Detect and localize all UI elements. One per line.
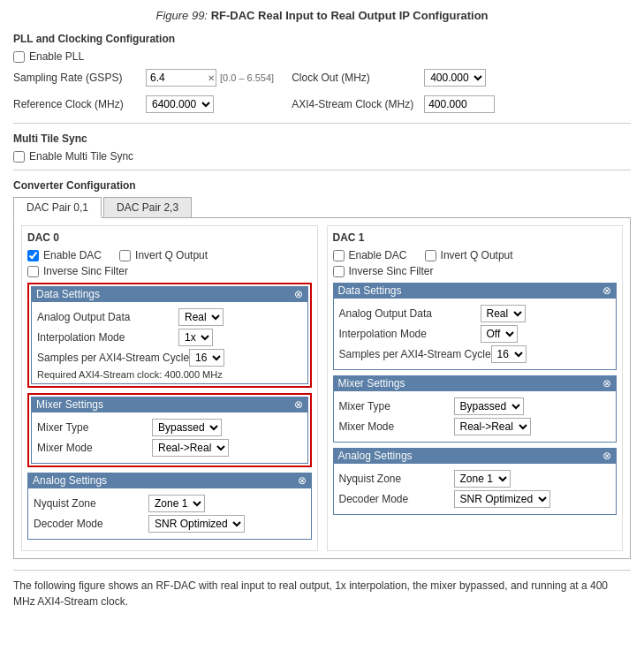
enable-multi-tile-row: Enable Multi Tile Sync bbox=[13, 150, 631, 163]
divider-1 bbox=[13, 123, 631, 124]
dac0-data-settings: Data Settings ⊗ Analog Output Data Real … bbox=[27, 283, 312, 388]
sampling-rate-row: Sampling Rate (GSPS) ✕ [0.0 – 6.554] bbox=[13, 69, 274, 87]
dac1-analog-output-row: Analog Output Data Real bbox=[339, 305, 611, 322]
clock-out-row: Clock Out (MHz) 400.000 bbox=[292, 69, 495, 87]
sampling-rate-input-wrap: ✕ bbox=[146, 69, 216, 87]
dac1-enable-label: Enable DAC bbox=[349, 249, 407, 261]
clocking-left-col: Sampling Rate (GSPS) ✕ [0.0 – 6.554] Ref… bbox=[13, 66, 274, 116]
dac0-data-settings-header: Data Settings ⊗ bbox=[31, 286, 308, 302]
reference-clock-label: Reference Clock (MHz) bbox=[13, 98, 146, 110]
dac1-interpolation-select[interactable]: Off bbox=[481, 325, 518, 343]
dac1-analog-settings: Analog Settings ⊗ Nyquist Zone Zone 1 De… bbox=[333, 448, 617, 515]
clocking-right-col: Clock Out (MHz) 400.000 AXI4-Stream Cloc… bbox=[292, 66, 495, 116]
dac0-mixer-type-select[interactable]: Bypassed bbox=[152, 419, 222, 436]
dac1-nyquist-label: Nyquist Zone bbox=[339, 473, 454, 485]
dac1-inverse-sinc-row: Inverse Sinc Filter bbox=[333, 265, 617, 277]
dac0-analog-settings-collapse-icon: ⊗ bbox=[298, 474, 307, 487]
sampling-rate-input[interactable] bbox=[146, 69, 216, 87]
dac1-mixer-settings-header: Mixer Settings ⊗ bbox=[333, 375, 617, 391]
clock-out-label: Clock Out (MHz) bbox=[292, 72, 424, 84]
pll-section: PLL and Clocking Configuration Enable PL… bbox=[13, 33, 631, 116]
dac1-invert-q-label: Invert Q Output bbox=[441, 249, 513, 261]
dac1-inverse-sinc-checkbox[interactable] bbox=[333, 266, 345, 277]
dac1-interpolation-label: Interpolation Mode bbox=[339, 328, 481, 340]
dac0-interpolation-select[interactable]: 1x bbox=[178, 329, 213, 346]
axi-stream-clock-row: AXI4-Stream Clock (MHz) bbox=[292, 95, 495, 113]
dac1-data-settings-label: Data Settings bbox=[338, 284, 402, 297]
reference-clock-select[interactable]: 6400.000 bbox=[146, 95, 214, 113]
dac1-analog-settings-body: Nyquist Zone Zone 1 Decoder Mode SNR Opt… bbox=[333, 464, 617, 515]
dac0-analog-settings-header: Analog Settings ⊗ bbox=[27, 473, 312, 488]
dac0-analog-settings-body: Nyquist Zone Zone 1 Decoder Mode SNR Opt… bbox=[27, 488, 312, 540]
sampling-rate-range: [0.0 – 6.554] bbox=[220, 72, 274, 83]
dac0-invert-q-checkbox[interactable] bbox=[119, 250, 131, 261]
dac1-samples-row: Samples per AXI4-Stream Cycle 16 bbox=[339, 345, 611, 363]
dac1-enable-checkbox[interactable] bbox=[333, 250, 345, 261]
clock-out-select[interactable]: 400.000 bbox=[424, 69, 486, 87]
dac1-invert-q-checkbox[interactable] bbox=[425, 250, 436, 261]
dac0-title: DAC 0 bbox=[27, 231, 312, 244]
dac0-nyquist-label: Nyquist Zone bbox=[34, 497, 148, 510]
dac1-samples-select[interactable]: 16 bbox=[491, 345, 527, 363]
dac0-mixer-settings-collapse-icon: ⊗ bbox=[294, 398, 303, 411]
pll-header: PLL and Clocking Configuration bbox=[13, 33, 631, 45]
dac1-mixer-settings-body: Mixer Type Bypassed Mixer Mode Real->Rea… bbox=[333, 391, 617, 443]
dac0-column: DAC 0 Enable DAC Invert Q Output Inverse… bbox=[21, 225, 318, 551]
dac-tab-bar: DAC Pair 0,1 DAC Pair 2,3 bbox=[13, 197, 631, 218]
multi-tile-header: Multi Tile Sync bbox=[13, 132, 631, 145]
enable-pll-row: Enable PLL bbox=[13, 50, 631, 63]
dac0-decoder-row: Decoder Mode SNR Optimized bbox=[34, 515, 306, 533]
sampling-rate-clear-btn[interactable]: ✕ bbox=[208, 73, 215, 83]
dac0-nyquist-select[interactable]: Zone 1 bbox=[148, 495, 205, 512]
dac1-title: DAC 1 bbox=[333, 231, 617, 244]
dac0-analog-output-label: Analog Output Data bbox=[37, 311, 178, 323]
dac1-nyquist-row: Nyquist Zone Zone 1 bbox=[339, 470, 611, 488]
enable-pll-checkbox[interactable] bbox=[13, 51, 25, 63]
dac0-data-settings-label: Data Settings bbox=[36, 288, 100, 300]
dac0-enable-row: Enable DAC Invert Q Output bbox=[27, 249, 312, 261]
dac0-mixer-type-label: Mixer Type bbox=[37, 421, 152, 434]
dac0-inverse-sinc-checkbox[interactable] bbox=[27, 266, 39, 277]
title-text: RF-DAC Real Input to Real Output IP Conf… bbox=[211, 9, 489, 22]
tab-dac-pair-23[interactable]: DAC Pair 2,3 bbox=[103, 197, 192, 217]
dac0-enable-checkbox[interactable] bbox=[27, 250, 39, 261]
dac0-analog-output-select[interactable]: Real bbox=[178, 308, 224, 326]
dac1-mixer-settings: Mixer Settings ⊗ Mixer Type Bypassed Mix… bbox=[333, 375, 617, 443]
tab-dac-pair-01[interactable]: DAC Pair 0,1 bbox=[13, 197, 102, 218]
dac0-decoder-select[interactable]: SNR Optimized bbox=[148, 515, 245, 533]
sampling-rate-label: Sampling Rate (GSPS) bbox=[13, 72, 146, 84]
dac0-decoder-label: Decoder Mode bbox=[34, 518, 148, 530]
enable-multi-tile-label: Enable Multi Tile Sync bbox=[29, 150, 133, 163]
dac1-inverse-sinc-label: Inverse Sinc Filter bbox=[349, 265, 434, 277]
divider-2 bbox=[13, 170, 631, 170]
dac0-analog-output-row: Analog Output Data Real bbox=[37, 308, 302, 326]
dac0-enable-label: Enable DAC bbox=[43, 249, 102, 261]
converter-panel: DAC 0 Enable DAC Invert Q Output Inverse… bbox=[13, 218, 631, 559]
enable-pll-label: Enable PLL bbox=[29, 50, 84, 63]
dac1-decoder-select[interactable]: SNR Optimized bbox=[454, 490, 550, 508]
clocking-form: Sampling Rate (GSPS) ✕ [0.0 – 6.554] Ref… bbox=[13, 66, 631, 116]
dac1-column: DAC 1 Enable DAC Invert Q Output Inverse… bbox=[327, 225, 624, 551]
enable-multi-tile-checkbox[interactable] bbox=[13, 151, 25, 163]
reference-clock-row: Reference Clock (MHz) 6400.000 bbox=[13, 95, 274, 113]
dac0-samples-select[interactable]: 16 bbox=[189, 349, 224, 367]
footer-text: The following figure shows an RF-DAC wit… bbox=[13, 570, 631, 609]
dac0-mixer-mode-select[interactable]: Real->Real bbox=[152, 439, 229, 457]
dac0-samples-label: Samples per AXI4-Stream Cycle bbox=[37, 352, 189, 364]
dac0-nyquist-row: Nyquist Zone Zone 1 bbox=[34, 495, 306, 512]
dac1-mixer-type-select[interactable]: Bypassed bbox=[454, 397, 524, 415]
dac0-mixer-mode-row: Mixer Mode Real->Real bbox=[37, 439, 302, 457]
dac1-nyquist-select[interactable]: Zone 1 bbox=[454, 470, 511, 488]
dac0-inverse-sinc-label: Inverse Sinc Filter bbox=[43, 265, 128, 277]
dac1-mixer-mode-select[interactable]: Real->Real bbox=[454, 418, 531, 435]
dac1-analog-output-label: Analog Output Data bbox=[339, 307, 481, 320]
dac1-mixer-settings-label: Mixer Settings bbox=[338, 377, 405, 390]
dac0-mixer-type-row: Mixer Type Bypassed bbox=[37, 419, 302, 436]
dac0-inverse-sinc-row: Inverse Sinc Filter bbox=[27, 265, 312, 277]
axi-stream-clock-input[interactable] bbox=[424, 95, 495, 113]
dac-columns: DAC 0 Enable DAC Invert Q Output Inverse… bbox=[21, 225, 623, 551]
dac1-analog-settings-label: Analog Settings bbox=[338, 450, 413, 462]
dac1-mixer-mode-label: Mixer Mode bbox=[339, 420, 454, 433]
dac1-analog-output-select[interactable]: Real bbox=[481, 305, 526, 322]
dac1-data-settings-collapse-icon: ⊗ bbox=[602, 284, 611, 297]
